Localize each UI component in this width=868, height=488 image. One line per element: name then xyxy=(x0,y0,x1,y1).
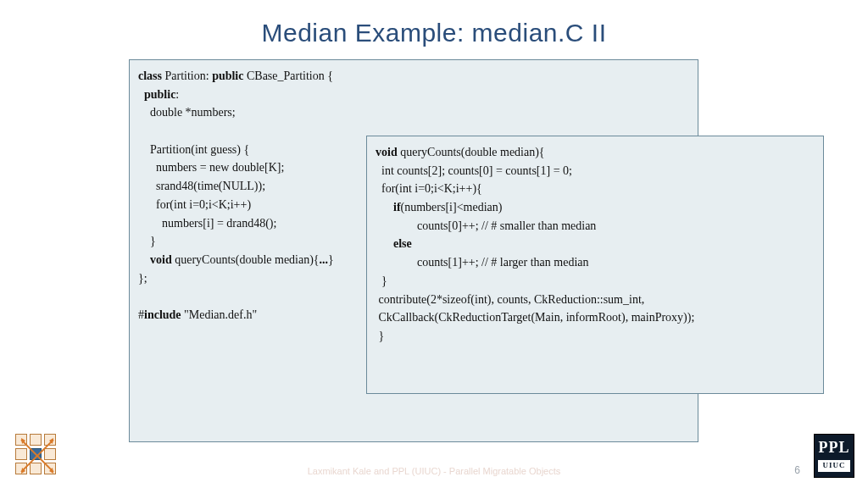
page-number: 6 xyxy=(794,464,800,476)
footer-attribution: Laxmikant Kale and PPL (UIUC) - Parallel… xyxy=(0,466,868,476)
logo-line-1: PPL xyxy=(815,440,854,457)
code-box-method: void queryCounts(double median){ int cou… xyxy=(366,136,824,394)
slide-title: Median Example: median.C II xyxy=(0,0,868,56)
